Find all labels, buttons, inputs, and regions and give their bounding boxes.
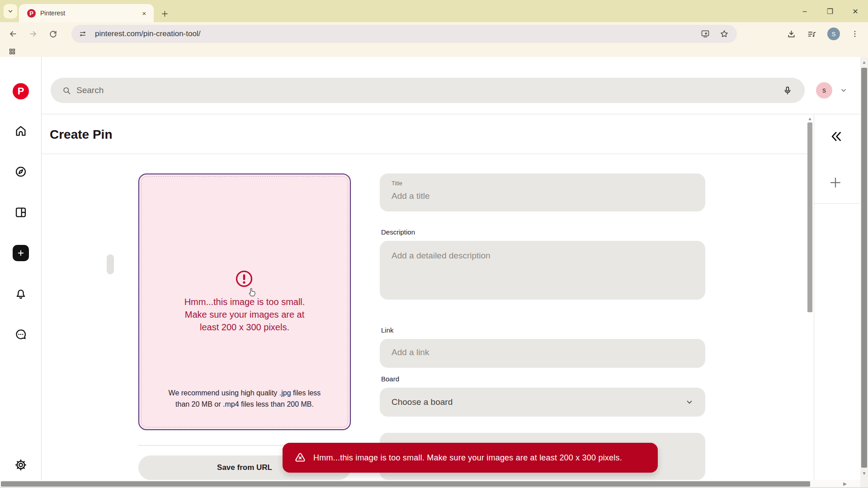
collapse-panel-icon[interactable] [826, 128, 844, 145]
scroll-right-arrow[interactable]: ▶ [842, 481, 848, 487]
pinterest-home-logo[interactable]: P [0, 80, 42, 102]
vertical-scrollbar-thumb[interactable] [861, 68, 867, 468]
title-field-label: Title [392, 180, 693, 187]
drawer-handle[interactable] [107, 254, 114, 274]
nav-boards-icon[interactable] [0, 202, 42, 223]
error-text-line: Hmm...this image is too small. [138, 297, 351, 307]
scroll-up-arrow[interactable]: ▲ [861, 60, 867, 65]
error-text-line: least 200 x 300 pixels. [138, 322, 351, 333]
title-field-placeholder: Add a title [392, 191, 693, 201]
nav-create-icon[interactable] [0, 242, 42, 264]
horizontal-scrollbar-thumb[interactable] [1, 481, 810, 487]
search-input[interactable]: Search [51, 78, 805, 103]
link-label: Link [381, 326, 517, 334]
nav-notifications-icon[interactable] [0, 283, 42, 305]
toast-message: Hmm...this image is too small. Make sure… [313, 453, 622, 463]
chevron-down-icon [7, 8, 14, 14]
link-placeholder: Add a link [392, 347, 693, 357]
forward-button[interactable] [25, 26, 41, 42]
description-field[interactable]: Add a detailed description [380, 241, 705, 300]
microphone-icon[interactable] [783, 86, 792, 95]
back-button[interactable] [5, 26, 21, 42]
user-avatar[interactable]: s [816, 82, 832, 99]
window-minimize-button[interactable]: – [798, 5, 811, 17]
scroll-down-arrow[interactable]: ▼ [861, 471, 867, 476]
install-app-icon[interactable] [701, 29, 710, 38]
inner-scrollbar-thumb[interactable] [807, 122, 812, 312]
description-placeholder: Add a detailed description [392, 251, 693, 261]
reload-button[interactable] [45, 26, 61, 42]
bookmarks-bar [0, 46, 868, 57]
screen: P Pinterest × – ❐ ✕ pinterest.com/pin-cr… [0, 0, 868, 488]
upload-hint-line: than 20 MB or .mp4 files less than 200 M… [138, 400, 351, 408]
error-text-line: Make sure your images are at [138, 310, 351, 320]
close-tab-icon[interactable]: × [140, 9, 148, 17]
nav-explore-icon[interactable] [0, 161, 42, 183]
nav-settings-icon[interactable] [0, 454, 42, 476]
right-side-panel [814, 114, 860, 481]
nav-messages-icon[interactable] [0, 324, 42, 345]
header-divider [42, 114, 860, 114]
tab-title: Pinterest [40, 9, 140, 17]
board-chevron-down-icon [685, 398, 693, 406]
search-placeholder: Search [76, 85, 783, 95]
panel-add-icon[interactable] [827, 174, 844, 191]
address-bar[interactable]: pinterest.com/pin-creation-tool/ [71, 25, 737, 43]
browser-tab-pinterest[interactable]: P Pinterest × [19, 4, 154, 22]
pinterest-favicon-icon: P [27, 9, 36, 18]
tab-search-button[interactable] [4, 4, 17, 19]
nav-home-icon[interactable] [0, 120, 42, 142]
upload-hint-line: We recommend using high quality .jpg fil… [138, 389, 351, 397]
apps-grid-icon[interactable] [7, 47, 17, 56]
inner-scroll-up-arrow[interactable]: ▲ [807, 116, 813, 121]
account-chevron-down-icon[interactable] [837, 86, 850, 95]
board-select[interactable]: Choose a board [380, 388, 705, 417]
warning-triangle-icon [294, 452, 306, 464]
site-info-icon[interactable] [79, 30, 87, 38]
error-exclamation-icon [235, 270, 253, 288]
window-close-button[interactable]: ✕ [849, 5, 862, 17]
panel-divider [814, 203, 860, 204]
description-label: Description [381, 228, 517, 236]
url-text[interactable]: pinterest.com/pin-creation-tool/ [95, 29, 701, 38]
window-maximize-button[interactable]: ❐ [824, 5, 836, 17]
browser-profile-avatar[interactable]: S [827, 28, 840, 40]
create-plus-icon [13, 245, 29, 261]
title-field[interactable]: Title Add a title [380, 174, 705, 211]
bookmark-star-icon[interactable] [720, 29, 729, 38]
page-title: Create Pin [50, 127, 113, 142]
new-tab-button[interactable] [158, 7, 171, 20]
title-divider [42, 154, 807, 154]
downloads-icon[interactable] [787, 29, 796, 39]
media-controls-icon[interactable] [807, 29, 816, 39]
search-icon [62, 86, 71, 95]
board-select-value: Choose a board [392, 397, 453, 407]
pinterest-logo-icon: P [13, 83, 29, 99]
error-toast: Hmm...this image is too small. Make sure… [283, 443, 658, 473]
browser-menu-icon[interactable] [851, 30, 859, 38]
board-label: Board [381, 375, 517, 383]
link-field[interactable]: Add a link [380, 339, 705, 368]
